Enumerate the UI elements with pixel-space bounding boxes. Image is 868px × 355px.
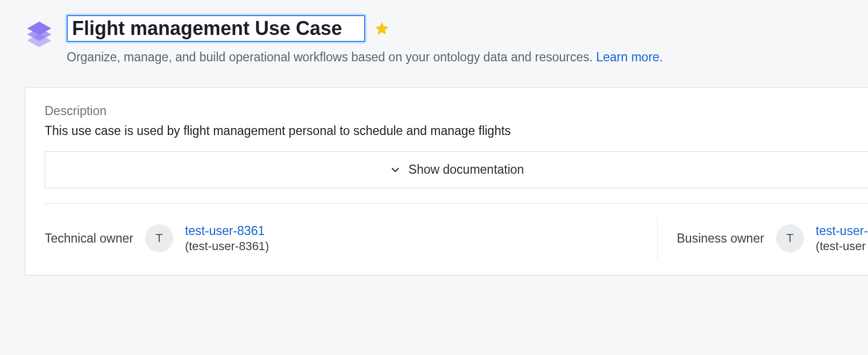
business-owner-name-block: test-user- (test-user [816, 224, 868, 253]
learn-more-link[interactable]: Learn more. [596, 50, 663, 64]
title-input[interactable] [67, 15, 365, 42]
avatar: T [776, 224, 804, 252]
show-documentation-label: Show documentation [409, 162, 524, 177]
show-documentation-button[interactable]: Show documentation [45, 151, 868, 188]
page-header: Organize, manage, and build operational … [0, 0, 868, 76]
technical-owner-block: Technical owner T test-user-8361 (test-u… [45, 224, 638, 253]
star-icon[interactable] [374, 20, 390, 37]
technical-owner-link[interactable]: test-user-8361 [185, 224, 269, 238]
technical-owner-name-block: test-user-8361 (test-user-8361) [185, 224, 269, 253]
technical-owner-sub: (test-user-8361) [185, 239, 269, 253]
description-label: Description [45, 104, 868, 118]
title-row [67, 15, 846, 42]
avatar: T [145, 224, 173, 252]
owners-row: Technical owner T test-user-8361 (test-u… [45, 204, 868, 260]
layers-icon [25, 20, 54, 49]
business-owner-sub: (test-user [816, 239, 868, 253]
business-owner-link[interactable]: test-user- [816, 224, 868, 238]
technical-owner-label: Technical owner [45, 231, 133, 246]
owner-separator [657, 217, 658, 260]
business-owner-label: Business owner [677, 231, 764, 246]
description-text: This use case is used by flight manageme… [45, 124, 868, 138]
subtitle: Organize, manage, and build operational … [67, 48, 846, 66]
details-card: Description This use case is used by fli… [25, 87, 868, 275]
chevron-down-icon [389, 164, 401, 176]
business-owner-block: Business owner T test-user- (test-user [677, 224, 869, 253]
subtitle-text: Organize, manage, and build operational … [67, 50, 593, 64]
header-content: Organize, manage, and build operational … [67, 15, 846, 66]
